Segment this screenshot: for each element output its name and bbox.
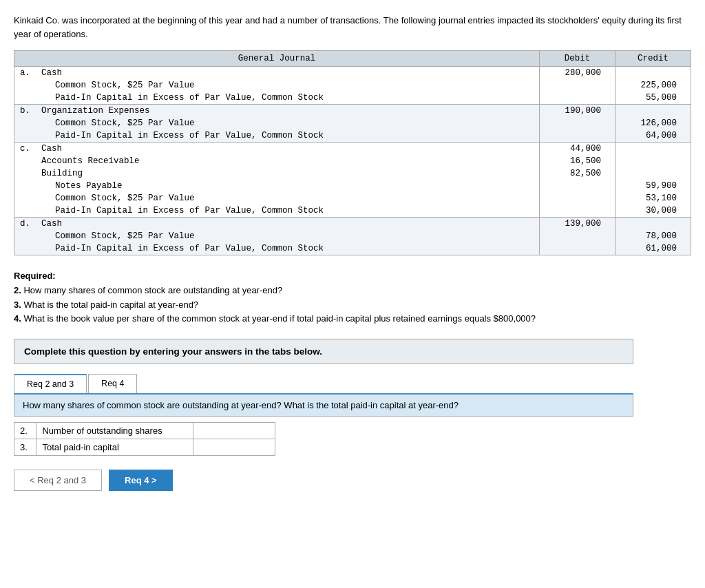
- row-description: Notes Payable: [36, 180, 539, 192]
- answer-row-1: 2. Number of outstanding shares: [14, 423, 275, 439]
- table-row: Building82,500: [14, 167, 691, 180]
- row-description: Cash: [36, 67, 539, 80]
- row-letter: [14, 204, 36, 218]
- tab-question: How many shares of common stock are outs…: [14, 395, 633, 417]
- tabs-container: Req 2 and 3 Req 4 How many shares of com…: [14, 374, 633, 456]
- table-row: Common Stock, $25 Par Value53,100: [14, 192, 691, 204]
- required-section: Required: 2. How many shares of common s…: [14, 269, 691, 326]
- debit-value: [540, 129, 615, 143]
- debit-value: 139,000: [540, 218, 615, 231]
- row-letter: b.: [14, 105, 36, 118]
- req-item-4: 4. What is the book value per share of t…: [14, 312, 691, 326]
- table-row: a.Cash280,000: [14, 67, 691, 80]
- row-letter: [14, 192, 36, 204]
- table-row: d.Cash139,000: [14, 218, 691, 231]
- intro-text: Kinkaid Co. was incorporated at the begi…: [14, 14, 691, 41]
- row-description: Accounts Receivable: [36, 155, 539, 167]
- debit-value: [540, 204, 615, 218]
- table-row: Paid-In Capital in Excess of Par Value, …: [14, 204, 691, 218]
- nav-buttons: < Req 2 and 3 Req 4 >: [14, 470, 691, 491]
- row-description: Paid-In Capital in Excess of Par Value, …: [36, 204, 539, 218]
- row-letter: [14, 167, 36, 180]
- debit-value: [540, 92, 615, 105]
- row-letter: [14, 79, 36, 92]
- row-letter: [14, 242, 36, 255]
- table-row: Common Stock, $25 Par Value78,000: [14, 230, 691, 242]
- credit-header: Credit: [615, 51, 691, 67]
- req-item-2: 2. How many shares of common stock are o…: [14, 284, 691, 298]
- answer-table: 2. Number of outstanding shares 3. Total…: [14, 422, 275, 456]
- row-letter: [14, 155, 36, 167]
- credit-value: [615, 167, 691, 180]
- answer-input-shares[interactable]: [193, 423, 275, 439]
- debit-value: 190,000: [540, 105, 615, 118]
- debit-value: 82,500: [540, 167, 615, 180]
- row-letter: c.: [14, 143, 36, 156]
- tab-req4[interactable]: Req 4: [88, 374, 137, 393]
- table-row: Paid-In Capital in Excess of Par Value, …: [14, 242, 691, 255]
- row-letter: [14, 180, 36, 192]
- shares-input[interactable]: [199, 426, 269, 436]
- next-button[interactable]: Req 4 >: [109, 470, 173, 491]
- row-letter: [14, 129, 36, 143]
- answer-input-capital[interactable]: [193, 439, 275, 456]
- credit-value: 64,000: [615, 129, 691, 143]
- journal-table: General Journal Debit Credit a.Cash280,0…: [14, 50, 691, 255]
- row-letter: d.: [14, 218, 36, 231]
- debit-value: 280,000: [540, 67, 615, 80]
- journal-title: General Journal: [14, 51, 540, 67]
- answer-label-capital: Total paid-in capital: [36, 439, 193, 456]
- row-letter: a.: [14, 67, 36, 80]
- credit-value: 55,000: [615, 92, 691, 105]
- row-description: Paid-In Capital in Excess of Par Value, …: [36, 129, 539, 143]
- credit-value: 225,000: [615, 79, 691, 92]
- row-description: Cash: [36, 143, 539, 156]
- row-description: Common Stock, $25 Par Value: [36, 192, 539, 204]
- debit-value: [540, 180, 615, 192]
- capital-input[interactable]: [199, 442, 269, 452]
- row-letter: [14, 230, 36, 242]
- row-description: Building: [36, 167, 539, 180]
- credit-value: [615, 218, 691, 231]
- debit-value: [540, 242, 615, 255]
- answer-num-3: 3.: [14, 439, 36, 456]
- table-row: Common Stock, $25 Par Value126,000: [14, 117, 691, 129]
- table-row: Paid-In Capital in Excess of Par Value, …: [14, 92, 691, 105]
- table-row: Common Stock, $25 Par Value225,000: [14, 79, 691, 92]
- row-description: Common Stock, $25 Par Value: [36, 230, 539, 242]
- debit-header: Debit: [540, 51, 615, 67]
- credit-value: [615, 67, 691, 80]
- tab-content: How many shares of common stock are outs…: [14, 395, 633, 456]
- debit-value: [540, 79, 615, 92]
- req-item-3: 3. What is the total paid-in capital at …: [14, 298, 691, 313]
- tab-req2and3[interactable]: Req 2 and 3: [14, 374, 87, 393]
- row-letter: [14, 117, 36, 129]
- credit-value: 126,000: [615, 117, 691, 129]
- row-description: Paid-In Capital in Excess of Par Value, …: [36, 242, 539, 255]
- answer-num-2: 2.: [14, 423, 36, 439]
- credit-value: 53,100: [615, 192, 691, 204]
- row-description: Common Stock, $25 Par Value: [36, 117, 539, 129]
- credit-value: 78,000: [615, 230, 691, 242]
- row-description: Cash: [36, 218, 539, 231]
- credit-value: 59,900: [615, 180, 691, 192]
- credit-value: [615, 155, 691, 167]
- table-row: Accounts Receivable16,500: [14, 155, 691, 167]
- prev-button[interactable]: < Req 2 and 3: [14, 470, 102, 491]
- credit-value: 30,000: [615, 204, 691, 218]
- debit-value: 16,500: [540, 155, 615, 167]
- row-letter: [14, 92, 36, 105]
- table-row: Paid-In Capital in Excess of Par Value, …: [14, 129, 691, 143]
- debit-value: 44,000: [540, 143, 615, 156]
- complete-box: Complete this question by entering your …: [14, 339, 633, 364]
- tabs-row: Req 2 and 3 Req 4: [14, 374, 633, 395]
- debit-value: [540, 192, 615, 204]
- answer-label-shares: Number of outstanding shares: [36, 423, 193, 439]
- debit-value: [540, 117, 615, 129]
- debit-value: [540, 230, 615, 242]
- row-description: Organization Expenses: [36, 105, 539, 118]
- table-row: b.Organization Expenses190,000: [14, 105, 691, 118]
- row-description: Paid-In Capital in Excess of Par Value, …: [36, 92, 539, 105]
- row-description: Common Stock, $25 Par Value: [36, 79, 539, 92]
- required-label: Required:: [14, 271, 56, 281]
